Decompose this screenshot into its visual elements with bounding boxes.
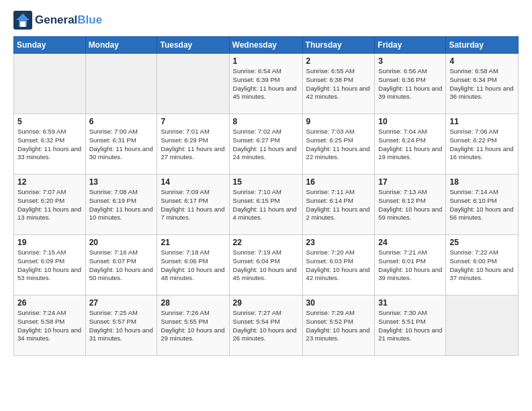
day-cell: 31Sunrise: 7:30 AMSunset: 5:51 PMDayligh… bbox=[375, 295, 446, 356]
day-info: Sunrise: 7:08 AMSunset: 6:19 PMDaylight:… bbox=[89, 188, 154, 222]
day-cell: 13Sunrise: 7:08 AMSunset: 6:19 PMDayligh… bbox=[85, 175, 157, 235]
dow-header-sunday: Sunday bbox=[14, 37, 86, 54]
calendar-table: SundayMondayTuesdayWednesdayThursdayFrid… bbox=[13, 36, 519, 356]
day-info: Sunrise: 7:04 AMSunset: 6:24 PMDaylight:… bbox=[378, 128, 442, 162]
day-cell: 22Sunrise: 7:19 AMSunset: 6:04 PMDayligh… bbox=[229, 235, 302, 295]
day-number: 27 bbox=[89, 298, 154, 308]
day-number: 1 bbox=[233, 56, 299, 66]
day-number: 11 bbox=[449, 117, 515, 126]
logo-text: GeneralBlue bbox=[35, 13, 102, 27]
day-cell: 24Sunrise: 7:21 AMSunset: 6:01 PMDayligh… bbox=[375, 235, 446, 295]
dow-header-wednesday: Wednesday bbox=[229, 37, 302, 54]
day-info: Sunrise: 7:27 AMSunset: 5:54 PMDaylight:… bbox=[233, 309, 299, 343]
day-info: Sunrise: 7:01 AMSunset: 6:29 PMDaylight:… bbox=[161, 128, 225, 162]
day-number: 17 bbox=[378, 177, 442, 187]
day-number: 10 bbox=[378, 117, 442, 126]
days-of-week-row: SundayMondayTuesdayWednesdayThursdayFrid… bbox=[14, 37, 519, 54]
logo-icon bbox=[13, 11, 32, 30]
svg-rect-2 bbox=[20, 21, 26, 27]
day-info: Sunrise: 7:24 AMSunset: 5:58 PMDaylight:… bbox=[17, 309, 82, 343]
day-cell: 1Sunrise: 6:54 AMSunset: 6:39 PMDaylight… bbox=[229, 54, 302, 114]
day-number: 5 bbox=[17, 117, 82, 126]
day-info: Sunrise: 7:03 AMSunset: 6:25 PMDaylight:… bbox=[306, 128, 371, 162]
day-number: 16 bbox=[306, 177, 371, 187]
day-info: Sunrise: 7:07 AMSunset: 6:20 PMDaylight:… bbox=[17, 188, 82, 222]
day-info: Sunrise: 7:11 AMSunset: 6:14 PMDaylight:… bbox=[306, 188, 371, 222]
day-number: 21 bbox=[161, 238, 225, 247]
day-cell: 16Sunrise: 7:11 AMSunset: 6:14 PMDayligh… bbox=[302, 175, 375, 235]
day-cell: 17Sunrise: 7:13 AMSunset: 6:12 PMDayligh… bbox=[375, 175, 446, 235]
day-cell bbox=[157, 54, 229, 114]
calendar-page: GeneralBlue SundayMondayTuesdayWednesday… bbox=[0, 0, 532, 367]
day-info: Sunrise: 7:02 AMSunset: 6:27 PMDaylight:… bbox=[233, 128, 299, 162]
day-number: 30 bbox=[306, 298, 371, 308]
day-cell: 5Sunrise: 6:59 AMSunset: 6:32 PMDaylight… bbox=[14, 114, 86, 175]
day-number: 7 bbox=[161, 117, 225, 126]
week-row-5: 26Sunrise: 7:24 AMSunset: 5:58 PMDayligh… bbox=[14, 295, 519, 356]
day-info: Sunrise: 7:20 AMSunset: 6:03 PMDaylight:… bbox=[306, 248, 371, 283]
day-number: 23 bbox=[306, 238, 371, 247]
day-cell: 3Sunrise: 6:56 AMSunset: 6:36 PMDaylight… bbox=[375, 54, 446, 114]
day-number: 9 bbox=[306, 117, 371, 126]
day-cell: 15Sunrise: 7:10 AMSunset: 6:15 PMDayligh… bbox=[229, 175, 302, 235]
day-info: Sunrise: 7:21 AMSunset: 6:01 PMDaylight:… bbox=[378, 248, 442, 283]
day-number: 14 bbox=[161, 177, 225, 187]
day-cell: 29Sunrise: 7:27 AMSunset: 5:54 PMDayligh… bbox=[229, 295, 302, 356]
week-row-1: 1Sunrise: 6:54 AMSunset: 6:39 PMDaylight… bbox=[14, 54, 519, 114]
dow-header-monday: Monday bbox=[85, 37, 157, 54]
day-number: 28 bbox=[161, 298, 225, 308]
day-info: Sunrise: 7:18 AMSunset: 6:06 PMDaylight:… bbox=[161, 248, 225, 283]
day-info: Sunrise: 6:55 AMSunset: 6:38 PMDaylight:… bbox=[306, 67, 371, 101]
header: GeneralBlue bbox=[13, 11, 519, 30]
day-info: Sunrise: 7:25 AMSunset: 5:57 PMDaylight:… bbox=[89, 309, 154, 343]
day-number: 19 bbox=[17, 238, 82, 247]
day-cell: 14Sunrise: 7:09 AMSunset: 6:17 PMDayligh… bbox=[157, 175, 229, 235]
day-cell: 6Sunrise: 7:00 AMSunset: 6:31 PMDaylight… bbox=[85, 114, 157, 175]
calendar-body: 1Sunrise: 6:54 AMSunset: 6:39 PMDaylight… bbox=[14, 54, 519, 356]
dow-header-thursday: Thursday bbox=[302, 37, 375, 54]
day-cell: 10Sunrise: 7:04 AMSunset: 6:24 PMDayligh… bbox=[375, 114, 446, 175]
day-info: Sunrise: 7:26 AMSunset: 5:55 PMDaylight:… bbox=[161, 309, 225, 343]
day-cell: 11Sunrise: 7:06 AMSunset: 6:22 PMDayligh… bbox=[446, 114, 519, 175]
day-info: Sunrise: 7:13 AMSunset: 6:12 PMDaylight:… bbox=[378, 188, 442, 222]
day-info: Sunrise: 7:09 AMSunset: 6:17 PMDaylight:… bbox=[161, 188, 225, 222]
day-number: 20 bbox=[89, 238, 154, 247]
day-number: 8 bbox=[233, 117, 299, 126]
logo: GeneralBlue bbox=[13, 11, 102, 30]
day-number: 31 bbox=[378, 298, 442, 308]
day-cell bbox=[446, 295, 519, 356]
day-number: 26 bbox=[17, 298, 82, 308]
day-cell: 20Sunrise: 7:16 AMSunset: 6:07 PMDayligh… bbox=[85, 235, 157, 295]
day-info: Sunrise: 7:30 AMSunset: 5:51 PMDaylight:… bbox=[378, 309, 442, 343]
day-cell: 27Sunrise: 7:25 AMSunset: 5:57 PMDayligh… bbox=[85, 295, 157, 356]
day-number: 24 bbox=[378, 238, 442, 247]
day-info: Sunrise: 7:16 AMSunset: 6:07 PMDaylight:… bbox=[89, 248, 154, 283]
day-cell: 25Sunrise: 7:22 AMSunset: 6:00 PMDayligh… bbox=[446, 235, 519, 295]
dow-header-friday: Friday bbox=[375, 37, 446, 54]
day-cell bbox=[14, 54, 86, 114]
day-number: 2 bbox=[306, 56, 371, 66]
day-info: Sunrise: 6:54 AMSunset: 6:39 PMDaylight:… bbox=[233, 67, 299, 101]
day-info: Sunrise: 7:22 AMSunset: 6:00 PMDaylight:… bbox=[449, 248, 515, 283]
day-cell: 21Sunrise: 7:18 AMSunset: 6:06 PMDayligh… bbox=[157, 235, 229, 295]
day-number: 25 bbox=[449, 238, 515, 247]
week-row-2: 5Sunrise: 6:59 AMSunset: 6:32 PMDaylight… bbox=[14, 114, 519, 175]
day-info: Sunrise: 7:14 AMSunset: 6:10 PMDaylight:… bbox=[449, 188, 515, 222]
day-cell: 18Sunrise: 7:14 AMSunset: 6:10 PMDayligh… bbox=[446, 175, 519, 235]
day-number: 6 bbox=[89, 117, 154, 126]
day-info: Sunrise: 6:58 AMSunset: 6:34 PMDaylight:… bbox=[449, 67, 515, 101]
day-number: 15 bbox=[233, 177, 299, 187]
day-number: 22 bbox=[233, 238, 299, 247]
day-number: 13 bbox=[89, 177, 154, 187]
day-cell: 26Sunrise: 7:24 AMSunset: 5:58 PMDayligh… bbox=[14, 295, 86, 356]
day-number: 3 bbox=[378, 56, 442, 66]
day-cell: 23Sunrise: 7:20 AMSunset: 6:03 PMDayligh… bbox=[302, 235, 375, 295]
day-info: Sunrise: 7:15 AMSunset: 6:09 PMDaylight:… bbox=[17, 248, 82, 283]
day-number: 18 bbox=[449, 177, 515, 187]
day-cell: 7Sunrise: 7:01 AMSunset: 6:29 PMDaylight… bbox=[157, 114, 229, 175]
day-number: 12 bbox=[17, 177, 82, 187]
day-info: Sunrise: 7:10 AMSunset: 6:15 PMDaylight:… bbox=[233, 188, 299, 222]
day-cell bbox=[85, 54, 157, 114]
day-info: Sunrise: 6:56 AMSunset: 6:36 PMDaylight:… bbox=[378, 67, 442, 101]
week-row-4: 19Sunrise: 7:15 AMSunset: 6:09 PMDayligh… bbox=[14, 235, 519, 295]
